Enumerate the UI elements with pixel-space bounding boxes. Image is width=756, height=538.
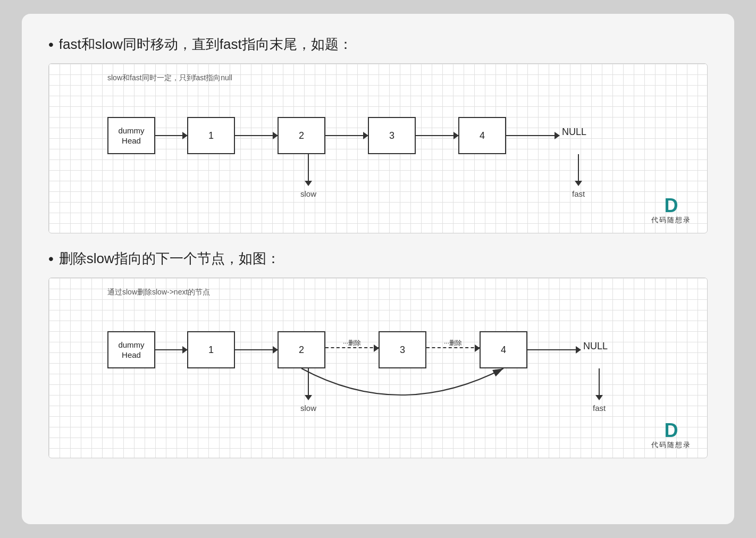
node-3-1: 3 <box>368 117 416 154</box>
slow-pointer-1: slow <box>300 154 316 198</box>
node-3-2: 3 <box>379 331 426 368</box>
node-dummy-2: dummyHead <box>107 331 155 368</box>
main-card: fast和slow同时移动，直到fast指向末尾，如题： slow和fast同时… <box>22 14 734 524</box>
diagram1-subtitle: slow和fast同时一定，只到fast指向null <box>107 73 232 83</box>
slow-label-1: slow <box>300 189 316 198</box>
section1: fast和slow同时移动，直到fast指向末尾，如题： slow和fast同时… <box>48 35 708 233</box>
diagram2-content: 通过slow删除slow->next的节点 dummyHead 1 <box>49 278 707 458</box>
diagram1-content: slow和fast同时一定，只到fast指向null dummyHead 1 <box>49 64 707 233</box>
dashed-arrow-2-3: ···删除 <box>325 347 379 348</box>
node-2-1: 2 <box>278 117 325 154</box>
node-4-2: 4 <box>480 331 527 368</box>
diagram1: slow和fast同时一定，只到fast指向null dummyHead 1 <box>48 63 708 233</box>
section2: 删除slow指向的下一个节点，如图： 通过slow删除slow->next的节点… <box>48 249 708 458</box>
brand-d-2: D <box>665 421 678 440</box>
dashed-arrow-3-4: ···删除 <box>426 347 480 348</box>
node-4-1: 4 <box>458 117 506 154</box>
brand-logo-1: D 代码随想录 <box>651 196 691 225</box>
node-dummy-1: dummyHead <box>107 117 155 154</box>
brand-logo-2: D 代码随想录 <box>651 421 691 450</box>
section1-title: fast和slow同时移动，直到fast指向末尾，如题： <box>48 35 708 54</box>
diagram2: 通过slow删除slow->next的节点 dummyHead 1 <box>48 278 708 458</box>
brand-text-1: 代码随想录 <box>651 215 691 225</box>
null-label-2: NULL <box>583 341 608 352</box>
node-2-2: 2 <box>278 331 325 368</box>
fast-pointer-1: fast <box>572 154 585 198</box>
null-label-1: NULL <box>562 127 586 138</box>
slow-pointer-2: slow <box>300 368 316 413</box>
node-1-1: 1 <box>187 117 235 154</box>
section2-title: 删除slow指向的下一个节点，如图： <box>48 249 708 268</box>
slow-label-2: slow <box>300 404 316 413</box>
fast-label-2: fast <box>593 404 606 413</box>
brand-text-2: 代码随想录 <box>651 440 691 450</box>
diagram2-subtitle: 通过slow删除slow->next的节点 <box>107 288 210 297</box>
brand-d-1: D <box>665 196 678 215</box>
node-1-2: 1 <box>187 331 235 368</box>
fast-pointer-2: fast <box>593 368 606 413</box>
fast-label-1: fast <box>572 189 585 198</box>
